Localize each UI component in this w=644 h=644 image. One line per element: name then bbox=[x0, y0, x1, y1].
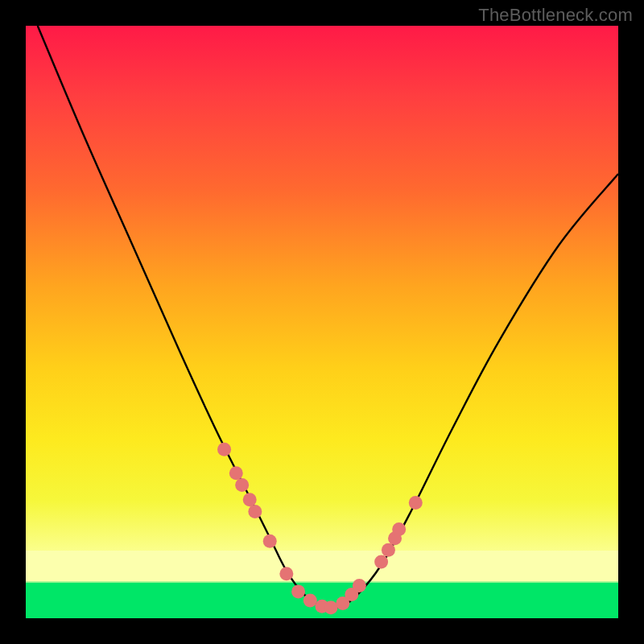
chart-frame: TheBottleneck.com bbox=[0, 0, 644, 644]
curve-layer bbox=[26, 26, 618, 618]
highlight-dot bbox=[392, 522, 406, 536]
highlight-dot bbox=[217, 443, 231, 456]
highlight-dot bbox=[291, 584, 305, 598]
highlight-dot bbox=[243, 493, 257, 506]
plot-area bbox=[26, 26, 618, 618]
highlight-dot bbox=[279, 567, 293, 580]
highlight-dot bbox=[382, 543, 395, 557]
watermark-text: TheBottleneck.com bbox=[478, 5, 633, 26]
highlight-dot bbox=[324, 601, 338, 614]
highlight-dot bbox=[409, 496, 423, 510]
highlight-dot bbox=[229, 466, 243, 480]
highlight-dot bbox=[248, 505, 262, 518]
highlight-dots bbox=[217, 443, 423, 615]
highlight-dot bbox=[353, 579, 366, 592]
highlight-dot bbox=[235, 478, 249, 492]
highlight-dot bbox=[374, 555, 388, 569]
highlight-dot bbox=[303, 593, 317, 607]
highlight-dot bbox=[263, 535, 277, 548]
bottleneck-curve bbox=[38, 26, 618, 608]
